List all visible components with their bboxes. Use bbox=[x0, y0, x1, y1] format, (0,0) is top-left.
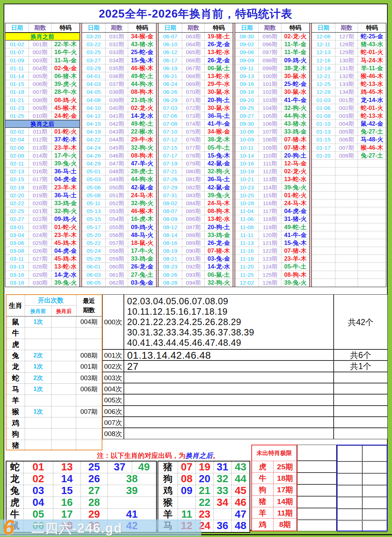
result-row: 05-06050期42-鼠-金 bbox=[82, 184, 156, 192]
draw-period: 036期 bbox=[106, 72, 128, 80]
draw-period: 125期 bbox=[259, 271, 281, 279]
special-code: 26-龙-金 bbox=[205, 57, 233, 64]
result-row: 10-16111期12-马-金 bbox=[235, 160, 309, 168]
recent-period: 007期 bbox=[76, 406, 102, 417]
empty-cell bbox=[297, 484, 337, 496]
draw-period: 020期 bbox=[29, 199, 52, 207]
empty-cell bbox=[337, 497, 362, 509]
empty-cell bbox=[362, 445, 387, 461]
draw-date: 07-26 bbox=[159, 175, 182, 183]
draw-period: 025期 bbox=[29, 239, 52, 247]
draw-period: 104期 bbox=[259, 104, 281, 112]
special-code: 20-狗-土 bbox=[205, 96, 233, 104]
draw-date: 04-19 bbox=[82, 128, 106, 135]
special-code: 15-兔-木 bbox=[205, 152, 233, 159]
special-code: 20-狗-土 bbox=[281, 152, 309, 159]
draw-period: 131期 bbox=[335, 64, 358, 72]
draw-date bbox=[312, 279, 335, 287]
draw-period: 038期 bbox=[106, 88, 128, 96]
map-number: 48 bbox=[232, 520, 250, 532]
special-code: 07-猪-木 bbox=[205, 247, 233, 255]
draw-date: 07-15 bbox=[159, 144, 182, 151]
stats-row: 蛇2次003期 bbox=[6, 373, 102, 384]
special-code: 26-龙-金 bbox=[205, 239, 233, 247]
result-row: 06-26070期30-鼠-水 bbox=[159, 88, 233, 96]
draw-period: 127期 bbox=[335, 33, 358, 40]
result-row: 02-20019期36-马-土 bbox=[5, 192, 79, 199]
limit-periods: 11期 bbox=[274, 507, 296, 518]
recent-header-line1: 最近 bbox=[77, 296, 101, 306]
result-row: 11-25125期08-狗-木 bbox=[235, 271, 309, 279]
total-count-cell bbox=[334, 372, 388, 383]
special-code bbox=[358, 247, 386, 255]
result-row: 12-28134期鸡-45-木 bbox=[312, 88, 386, 96]
result-row: 10-11109期07-猪-木 bbox=[235, 144, 309, 152]
recent-period bbox=[76, 328, 102, 338]
map-number: 25 bbox=[81, 461, 108, 473]
draw-period: 081期 bbox=[182, 175, 205, 183]
draw-date: 01-21 bbox=[5, 96, 29, 104]
draw-period: 118期 bbox=[259, 215, 281, 223]
special-code: 41-牛-金 bbox=[281, 96, 309, 104]
special-code: 39-兔-火 bbox=[205, 192, 233, 199]
draw-date: 02-25 bbox=[5, 207, 29, 215]
result-row: 11-13121期15-兔-木 bbox=[235, 239, 309, 247]
numbers-cell: 01.13.14.42.46.48 bbox=[124, 349, 334, 361]
draw-period: 109期 bbox=[259, 144, 281, 151]
draw-period: 064期 bbox=[182, 40, 205, 48]
result-row: 03-01023期01-蛇-火 bbox=[5, 223, 79, 231]
watermark: 6 二四六-246.gd bbox=[0, 519, 201, 536]
draw-date: 08-28 bbox=[159, 279, 182, 287]
limit-row: 牛18期 bbox=[252, 473, 296, 484]
numbers-cell: 27 bbox=[124, 361, 334, 372]
draw-date: 08-09 bbox=[159, 215, 182, 223]
draw-date: 01-23 bbox=[5, 104, 29, 112]
empty-cell bbox=[337, 485, 362, 497]
special-code: 49-蛇-土 bbox=[128, 120, 156, 127]
draw-date: 04-10 bbox=[82, 104, 106, 112]
special-code: 44-狗-水 bbox=[281, 112, 309, 120]
draw-date: 10-25 bbox=[235, 192, 259, 199]
draw-period bbox=[335, 199, 358, 207]
result-row: 01-02001期22-羊-木 bbox=[5, 40, 79, 48]
special-code: 33-鸡-金 bbox=[52, 199, 79, 207]
draw-date: 01-06 bbox=[312, 104, 335, 112]
numbers-line: 02.03.04.05.06.07.08.09 bbox=[127, 296, 333, 306]
draw-period: 106期 bbox=[259, 120, 281, 127]
special-code: 17-牛-火 bbox=[128, 247, 156, 255]
draw-date bbox=[312, 255, 335, 262]
draw-date: 03-29 bbox=[82, 64, 106, 72]
special-code: 15-兔-木 bbox=[128, 57, 156, 64]
numbers-line: 10.11.12.15.16.17.18.19 bbox=[127, 306, 333, 317]
draw-period: 034期 bbox=[106, 57, 128, 64]
result-row: 02-27022期09-鸡-火 bbox=[5, 215, 79, 223]
special-code: 13-蛇-水 bbox=[205, 72, 233, 80]
result-row: 03-08026期04-虎-金 bbox=[5, 247, 79, 255]
draw-period: 024期 bbox=[29, 231, 52, 239]
draw-date: 05-29 bbox=[82, 255, 106, 262]
limit-row: 猪14期 bbox=[252, 496, 296, 507]
date-column-header: 日期 bbox=[5, 23, 29, 32]
map-row: 狗08203244 bbox=[158, 473, 250, 485]
draw-period: 013期 bbox=[29, 144, 52, 151]
draw-date: 07-10 bbox=[159, 128, 182, 135]
special-code: 02-龙-火 bbox=[281, 33, 309, 40]
total-count-cell bbox=[334, 406, 388, 417]
draw-period: 101期 bbox=[259, 80, 281, 88]
stats-row: 鼠1次004期 bbox=[6, 316, 102, 328]
draw-period: 003期 bbox=[335, 112, 358, 120]
special-code: 05-牛-土 bbox=[281, 263, 309, 270]
map-number: 49 bbox=[132, 461, 156, 473]
draw-date: 07-19 bbox=[159, 160, 182, 167]
result-row: 01-07002期16-牛-火 bbox=[5, 48, 79, 56]
draw-date: 01-03 bbox=[312, 96, 335, 104]
draw-period: 057期 bbox=[106, 239, 128, 247]
special-code: 29-牛-水 bbox=[205, 80, 233, 88]
draw-period: 003期 bbox=[29, 57, 52, 64]
special-code: 34-猴-金 bbox=[205, 128, 233, 135]
draw-date: 06-03 bbox=[82, 271, 106, 279]
watermark-site-link[interactable]: 二四六-246.gd bbox=[32, 520, 122, 537]
draw-date: 10-16 bbox=[235, 160, 259, 167]
after-count bbox=[52, 417, 76, 428]
draw-date: 04-12 bbox=[82, 112, 106, 120]
